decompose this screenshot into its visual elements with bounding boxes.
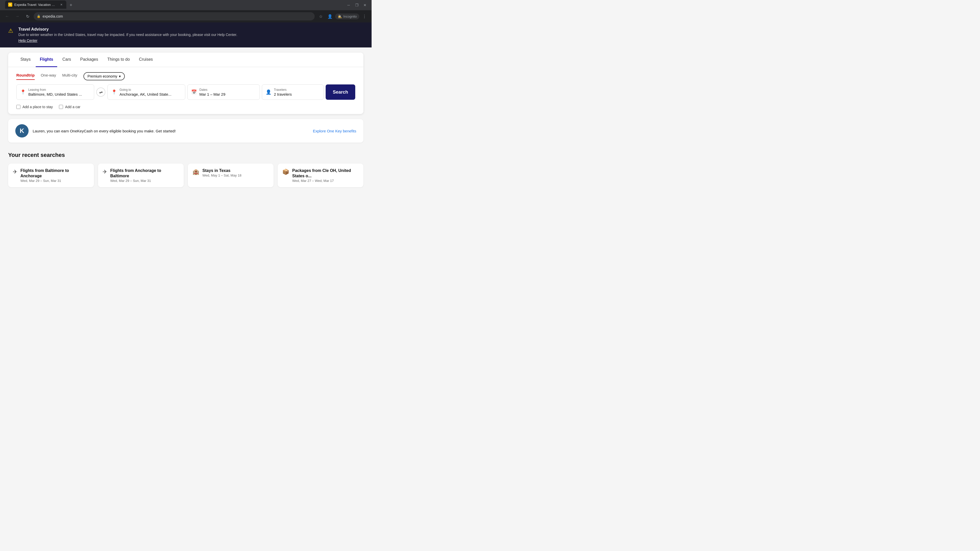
toolbar-actions: ☆ 👤 🕵 Incognito ⋮: [317, 12, 369, 21]
card-subtitle: Wed, Mar 29 – Sun, Mar 31: [21, 179, 89, 183]
add-stay-option[interactable]: Add a place to stay: [16, 105, 53, 109]
list-item[interactable]: 🏨 Stays in Texas Wed, May 1 – Sat, May 1…: [188, 164, 274, 187]
minimize-button[interactable]: ─: [345, 2, 352, 9]
leaving-from-field[interactable]: 📍 Leaving from Baltimore, MD, United Sta…: [16, 84, 94, 100]
incognito-badge: 🕵 Incognito: [335, 14, 360, 19]
trip-type-multi-city[interactable]: Multi-city: [62, 73, 77, 80]
tab-favicon: E: [8, 3, 12, 6]
back-button[interactable]: ←: [3, 12, 11, 21]
advisory-banner: ⚠ Travel Advisory Due to winter weather …: [0, 22, 372, 48]
onekey-message: Lauren, you can earn OneKeyCash on every…: [33, 129, 309, 133]
url-text: expedia.com: [43, 14, 312, 18]
card-title: Flights from Anchorage to Baltimore: [110, 168, 179, 179]
cabin-class-selector[interactable]: Premium economy ▾: [83, 72, 125, 80]
swap-button[interactable]: ⇌: [96, 87, 105, 97]
calendar-icon: 📅: [191, 89, 197, 95]
dates-label: Dates: [199, 88, 225, 92]
travelers-label: Travelers: [274, 88, 292, 92]
tab-stays[interactable]: Stays: [16, 52, 35, 67]
add-stay-checkbox[interactable]: [16, 105, 21, 109]
flight-icon: ✈: [13, 168, 18, 175]
address-bar[interactable]: 🔒 expedia.com: [34, 12, 315, 21]
new-tab-button[interactable]: +: [67, 2, 75, 9]
tab-close-button[interactable]: ✕: [59, 3, 63, 6]
profile-button[interactable]: 👤: [326, 12, 334, 21]
add-car-label: Add a car: [65, 105, 80, 109]
browser-chrome: E Expedia Travel: Vacation Home... ✕ + ─…: [0, 0, 372, 22]
tab-flights[interactable]: Flights: [36, 52, 57, 67]
search-fields: 📍 Leaving from Baltimore, MD, United Sta…: [8, 80, 363, 104]
browser-toolbar: ← → ↻ 🔒 expedia.com ☆ 👤 🕵 Incognito ⋮: [0, 10, 372, 22]
nav-tabs: Stays Flights Cars Packages Things to do…: [8, 52, 363, 67]
trip-type-bar: Roundtrip One-way Multi-city Premium eco…: [8, 67, 363, 80]
page-content: ⚠ Travel Advisory Due to winter weather …: [0, 22, 372, 192]
add-stay-label: Add a place to stay: [22, 105, 53, 109]
advisory-text: Due to winter weather in the United Stat…: [18, 33, 237, 37]
location-from-icon: 📍: [20, 89, 26, 95]
onekey-benefits-link[interactable]: Explore One Key benefits: [313, 129, 356, 133]
browser-titlebar: E Expedia Travel: Vacation Home... ✕ + ─…: [0, 0, 372, 10]
user-avatar: K: [15, 124, 29, 138]
going-to-field[interactable]: 📍 Going to Anchorage, AK, United State..…: [107, 84, 185, 100]
cabin-class-label: Premium economy: [88, 74, 118, 78]
card-subtitle: Wed, May 1 – Sat, May 18: [202, 173, 242, 177]
advisory-content: Travel Advisory Due to winter weather in…: [18, 27, 237, 43]
trip-type-roundtrip[interactable]: Roundtrip: [16, 73, 35, 80]
onekey-banner: K Lauren, you can earn OneKeyCash on eve…: [8, 119, 363, 143]
list-item[interactable]: ✈ Flights from Anchorage to Baltimore We…: [98, 164, 184, 187]
forward-button[interactable]: →: [13, 12, 21, 21]
hotel-icon: 🏨: [192, 168, 199, 175]
location-to-icon: 📍: [111, 89, 117, 95]
reload-button[interactable]: ↻: [24, 12, 32, 21]
dates-value: Mar 1 – Mar 29: [199, 92, 225, 97]
search-widget: Stays Flights Cars Packages Things to do…: [8, 52, 363, 114]
trip-type-one-way[interactable]: One-way: [41, 73, 56, 80]
dates-field[interactable]: 📅 Dates Mar 1 – Mar 29: [187, 84, 260, 100]
incognito-icon: 🕵: [338, 14, 342, 18]
tab-things-to-do[interactable]: Things to do: [103, 52, 134, 67]
search-cards-grid: ✈ Flights from Baltimore to Anchorage We…: [8, 164, 363, 187]
active-tab[interactable]: E Expedia Travel: Vacation Home... ✕: [5, 0, 66, 9]
add-options: Add a place to stay Add a car: [8, 104, 363, 114]
card-subtitle: Wed, Mar 27 – Wed, Mar 17: [292, 179, 359, 183]
tab-cars[interactable]: Cars: [58, 52, 75, 67]
add-car-option[interactable]: Add a car: [59, 105, 80, 109]
help-center-link[interactable]: Help Center: [18, 38, 38, 43]
tab-cruises[interactable]: Cruises: [135, 52, 157, 67]
card-subtitle: Wed, Mar 29 – Sun, Mar 31: [110, 179, 179, 183]
secure-icon: 🔒: [37, 14, 41, 18]
close-window-button[interactable]: ✕: [361, 2, 369, 9]
card-title: Packages from Cle OH, United States o...: [292, 168, 359, 179]
card-title: Flights from Baltimore to Anchorage: [21, 168, 89, 179]
incognito-label: Incognito: [343, 14, 357, 18]
tab-packages[interactable]: Packages: [76, 52, 102, 67]
cabin-class-chevron: ▾: [119, 74, 121, 78]
list-item[interactable]: ✈ Flights from Baltimore to Anchorage We…: [8, 164, 94, 187]
add-car-checkbox[interactable]: [59, 105, 63, 109]
person-icon: 👤: [266, 89, 271, 95]
card-title: Stays in Texas: [202, 168, 242, 173]
bookmark-button[interactable]: ☆: [317, 12, 325, 21]
recent-searches-title: Your recent searches: [8, 152, 363, 159]
leaving-from-label: Leaving from: [28, 88, 82, 92]
restore-button[interactable]: ❐: [353, 2, 360, 9]
travelers-field[interactable]: 👤 Travelers 2 travelers: [262, 84, 324, 100]
flight-icon: ✈: [103, 168, 107, 175]
going-to-value: Anchorage, AK, United State...: [119, 92, 171, 97]
going-to-label: Going to: [119, 88, 171, 92]
search-button[interactable]: Search: [326, 84, 355, 100]
recent-searches-section: Your recent searches ✈ Flights from Balt…: [0, 147, 372, 192]
more-options-button[interactable]: ⋮: [360, 12, 369, 21]
travelers-value: 2 travelers: [274, 92, 292, 97]
list-item[interactable]: 📦 Packages from Cle OH, United States o.…: [278, 164, 363, 187]
warning-icon: ⚠: [8, 27, 13, 34]
tab-bar: E Expedia Travel: Vacation Home... ✕ +: [5, 2, 343, 9]
advisory-title: Travel Advisory: [18, 27, 237, 32]
tab-title: Expedia Travel: Vacation Home...: [14, 3, 57, 6]
package-icon: 📦: [282, 168, 289, 175]
leaving-from-value: Baltimore, MD, United States ...: [28, 92, 82, 97]
